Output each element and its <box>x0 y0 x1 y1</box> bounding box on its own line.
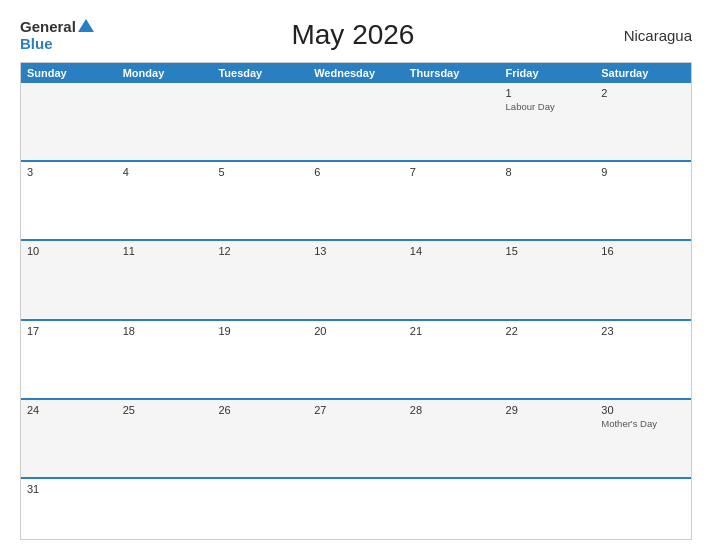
calendar-week-4: 17181920212223 <box>21 319 691 398</box>
calendar-cell: 24 <box>21 400 117 477</box>
calendar-cell: 31 <box>21 479 117 539</box>
logo-text: General <box>20 18 94 36</box>
day-header-wednesday: Wednesday <box>308 63 404 83</box>
day-number: 10 <box>27 245 111 257</box>
day-number: 18 <box>123 325 207 337</box>
holiday-label: Labour Day <box>506 101 590 112</box>
logo-blue: Blue <box>20 36 94 53</box>
day-header-thursday: Thursday <box>404 63 500 83</box>
day-number: 14 <box>410 245 494 257</box>
calendar-cell <box>500 479 596 539</box>
calendar-page: General Blue May 2026 Nicaragua SundayMo… <box>0 0 712 550</box>
calendar-cell: 8 <box>500 162 596 239</box>
calendar-cell <box>21 83 117 160</box>
calendar-cell: 17 <box>21 321 117 398</box>
day-number: 8 <box>506 166 590 178</box>
calendar-cell <box>117 83 213 160</box>
calendar-cell: 30Mother's Day <box>595 400 691 477</box>
day-header-sunday: Sunday <box>21 63 117 83</box>
calendar-cell: 22 <box>500 321 596 398</box>
calendar-cell <box>308 479 404 539</box>
day-number: 16 <box>601 245 685 257</box>
calendar-week-3: 10111213141516 <box>21 239 691 318</box>
calendar-cell: 12 <box>212 241 308 318</box>
day-number: 15 <box>506 245 590 257</box>
day-number: 3 <box>27 166 111 178</box>
day-number: 28 <box>410 404 494 416</box>
calendar-cell: 13 <box>308 241 404 318</box>
calendar-cell: 16 <box>595 241 691 318</box>
calendar-cell: 27 <box>308 400 404 477</box>
day-number: 20 <box>314 325 398 337</box>
logo-general: General <box>20 18 76 35</box>
day-number: 25 <box>123 404 207 416</box>
logo-flag-icon <box>78 19 94 32</box>
day-number: 4 <box>123 166 207 178</box>
day-header-saturday: Saturday <box>595 63 691 83</box>
day-number: 17 <box>27 325 111 337</box>
calendar-cell: 14 <box>404 241 500 318</box>
calendar-cell <box>404 83 500 160</box>
country-label: Nicaragua <box>612 27 692 44</box>
day-header-friday: Friday <box>500 63 596 83</box>
day-number: 26 <box>218 404 302 416</box>
day-number: 29 <box>506 404 590 416</box>
calendar-cell <box>212 83 308 160</box>
calendar-cell <box>404 479 500 539</box>
calendar-cell: 10 <box>21 241 117 318</box>
calendar-cell: 5 <box>212 162 308 239</box>
calendar-cell: 21 <box>404 321 500 398</box>
calendar-cell: 6 <box>308 162 404 239</box>
calendar-week-6: 31 <box>21 477 691 539</box>
calendar-grid: SundayMondayTuesdayWednesdayThursdayFrid… <box>20 62 692 540</box>
calendar-cell: 1Labour Day <box>500 83 596 160</box>
day-number: 27 <box>314 404 398 416</box>
day-number: 11 <box>123 245 207 257</box>
day-header-monday: Monday <box>117 63 213 83</box>
day-number: 6 <box>314 166 398 178</box>
day-number: 9 <box>601 166 685 178</box>
calendar-cell: 2 <box>595 83 691 160</box>
calendar-body: 1Labour Day23456789101112131415161718192… <box>21 83 691 539</box>
day-number: 24 <box>27 404 111 416</box>
calendar-cell: 3 <box>21 162 117 239</box>
calendar-cell <box>308 83 404 160</box>
calendar-cell: 7 <box>404 162 500 239</box>
day-number: 13 <box>314 245 398 257</box>
calendar-cell <box>212 479 308 539</box>
day-number: 31 <box>27 483 111 495</box>
calendar-cell: 18 <box>117 321 213 398</box>
day-number: 12 <box>218 245 302 257</box>
day-number: 1 <box>506 87 590 99</box>
day-number: 21 <box>410 325 494 337</box>
calendar-cell: 9 <box>595 162 691 239</box>
calendar-cell: 29 <box>500 400 596 477</box>
day-number: 30 <box>601 404 685 416</box>
calendar-cell: 25 <box>117 400 213 477</box>
day-number: 19 <box>218 325 302 337</box>
calendar-cell: 20 <box>308 321 404 398</box>
calendar-week-1: 1Labour Day2 <box>21 83 691 160</box>
calendar-cell: 15 <box>500 241 596 318</box>
calendar-week-2: 3456789 <box>21 160 691 239</box>
day-header-tuesday: Tuesday <box>212 63 308 83</box>
calendar-cell: 11 <box>117 241 213 318</box>
holiday-label: Mother's Day <box>601 418 685 429</box>
day-number: 7 <box>410 166 494 178</box>
calendar-week-5: 24252627282930Mother's Day <box>21 398 691 477</box>
calendar-cell <box>595 479 691 539</box>
logo: General Blue <box>20 18 94 52</box>
day-number: 23 <box>601 325 685 337</box>
calendar-cell <box>117 479 213 539</box>
day-number: 5 <box>218 166 302 178</box>
calendar-title: May 2026 <box>94 19 612 51</box>
calendar-header-row: SundayMondayTuesdayWednesdayThursdayFrid… <box>21 63 691 83</box>
calendar-cell: 26 <box>212 400 308 477</box>
day-number: 2 <box>601 87 685 99</box>
header: General Blue May 2026 Nicaragua <box>20 18 692 52</box>
calendar-cell: 23 <box>595 321 691 398</box>
day-number: 22 <box>506 325 590 337</box>
calendar-cell: 4 <box>117 162 213 239</box>
calendar-cell: 28 <box>404 400 500 477</box>
calendar-cell: 19 <box>212 321 308 398</box>
